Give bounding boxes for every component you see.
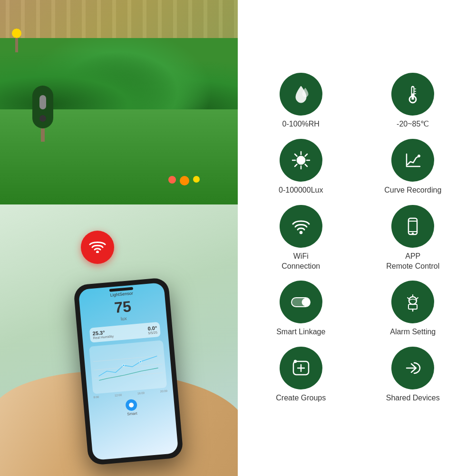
wifi-feature-icon xyxy=(289,214,313,238)
feature-wifi: WiFiConnection xyxy=(247,205,355,272)
feature-linkage: Smart Linkage xyxy=(247,281,355,337)
wifi-badge-icon xyxy=(89,240,106,255)
phone-mockup: LightSensor 75 lux 25.3° Real Humidity 0… xyxy=(73,277,184,466)
temperature-icon-circle xyxy=(391,73,434,116)
linkage-label: Smart Linkage xyxy=(276,327,325,337)
toggle-icon xyxy=(288,289,314,315)
svg-line-1 xyxy=(93,356,161,362)
svg-point-42 xyxy=(294,360,297,363)
shared-icon-circle xyxy=(391,347,434,389)
groups-label: Create Groups xyxy=(276,393,326,403)
svg-line-19 xyxy=(295,154,297,156)
garden-photo xyxy=(0,0,238,204)
app-label: APPRemote Control xyxy=(386,252,439,272)
svg-line-38 xyxy=(417,298,418,299)
chart-icon xyxy=(401,148,425,172)
groups-icon-circle xyxy=(280,347,322,389)
svg-point-0 xyxy=(97,251,99,253)
feature-lux: 0-100000Lux xyxy=(247,139,355,195)
feature-humidity: 0-100%RH xyxy=(247,73,355,129)
lux-icon-circle xyxy=(280,139,322,182)
wifi-icon-circle xyxy=(280,205,322,248)
features-grid: 0-100%RH xyxy=(243,73,471,403)
svg-point-32 xyxy=(302,298,310,306)
thermometer-icon xyxy=(401,82,425,106)
curve-label: Curve Recording xyxy=(384,185,441,195)
svg-rect-10 xyxy=(412,94,414,99)
sensor-device xyxy=(31,86,55,138)
left-panel: LightSensor 75 lux 25.3° Real Humidity 0… xyxy=(0,0,238,476)
svg-point-26 xyxy=(300,231,302,234)
wifi-badge xyxy=(81,231,114,264)
feature-shared: Shared Devices xyxy=(359,347,467,403)
lux-label: 0-100000Lux xyxy=(279,185,323,195)
phone-stat-2: 0.0° 5/5/25 xyxy=(147,325,157,335)
svg-point-35 xyxy=(409,297,417,304)
app-icon-circle xyxy=(391,205,434,248)
phone-photo: LightSensor 75 lux 25.3° Real Humidity 0… xyxy=(0,204,238,476)
svg-line-37 xyxy=(408,298,409,299)
feature-app: APPRemote Control xyxy=(359,205,467,272)
temperature-label: -20~85℃ xyxy=(397,119,429,129)
feature-curve: Curve Recording xyxy=(359,139,467,195)
phone-stat-1: 25.3° Real Humidity xyxy=(92,329,114,340)
smartphone-icon xyxy=(401,214,425,238)
right-panel: 0-100%RH xyxy=(238,0,476,476)
svg-point-25 xyxy=(418,155,420,157)
sun-icon xyxy=(289,148,313,173)
svg-line-3 xyxy=(95,373,163,379)
curve-icon-circle xyxy=(391,139,434,182)
alarm-icon-circle xyxy=(391,281,434,323)
feature-temperature: -20~85℃ xyxy=(359,73,467,129)
svg-point-30 xyxy=(412,233,414,234)
humidity-label: 0-100%RH xyxy=(282,119,320,129)
svg-point-4 xyxy=(122,364,125,367)
phone-chart xyxy=(89,340,167,394)
shared-label: Shared Devices xyxy=(386,393,440,403)
svg-line-20 xyxy=(305,164,307,166)
alarm-label: Alarm Setting xyxy=(390,327,436,337)
share-icon xyxy=(401,356,425,380)
feature-alarm: Alarm Setting xyxy=(359,281,467,337)
feature-groups: Create Groups xyxy=(247,347,355,403)
folder-plus-icon xyxy=(289,356,313,380)
svg-line-22 xyxy=(295,164,297,166)
svg-rect-33 xyxy=(408,304,417,309)
linkage-icon-circle xyxy=(280,281,322,323)
svg-line-21 xyxy=(305,154,307,156)
svg-point-14 xyxy=(297,156,305,165)
droplets-icon xyxy=(289,82,313,106)
humidity-icon-circle xyxy=(280,73,322,116)
svg-point-5 xyxy=(139,360,142,363)
wifi-label: WiFiConnection xyxy=(282,252,320,272)
alarm-icon xyxy=(401,290,425,314)
